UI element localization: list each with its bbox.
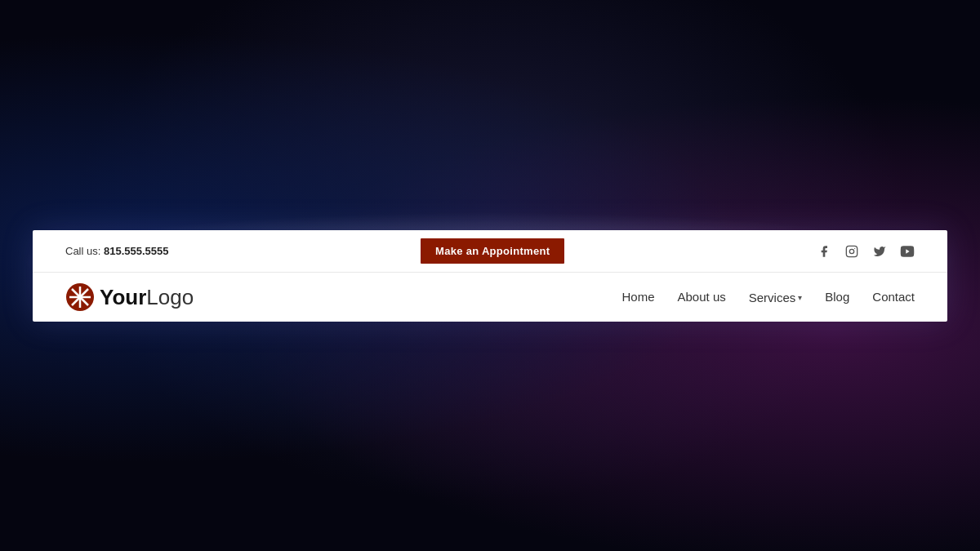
logo-text: YourLogo (100, 285, 194, 310)
logo-icon (65, 282, 95, 312)
header: Call us: 815.555.5555 Make an Appointmen… (33, 230, 947, 322)
facebook-icon[interactable] (817, 244, 831, 259)
nav-bar: YourLogo Home About us Services ▾ (33, 273, 947, 322)
nav-item-about[interactable]: About us (678, 290, 726, 304)
nav-item-contact[interactable]: Contact (872, 290, 915, 304)
svg-point-1 (849, 249, 853, 253)
logo[interactable]: YourLogo (65, 282, 194, 312)
nav-item-blog[interactable]: Blog (825, 290, 849, 304)
call-us-text: Call us: 815.555.5555 (65, 245, 169, 257)
svg-rect-0 (846, 246, 857, 256)
nav-link-about[interactable]: About us (678, 290, 726, 304)
nav-links: Home About us Services ▾ Blog Contact (622, 290, 915, 304)
nav-item-home[interactable]: Home (622, 290, 655, 304)
nav-link-services[interactable]: Services ▾ (749, 291, 803, 304)
main-nav: Home About us Services ▾ Blog Contact (622, 290, 915, 304)
instagram-icon[interactable] (844, 244, 859, 259)
nav-link-home[interactable]: Home (622, 290, 655, 304)
top-bar: Call us: 815.555.5555 Make an Appointmen… (33, 230, 947, 273)
nav-link-contact[interactable]: Contact (872, 290, 915, 304)
chevron-down-icon: ▾ (798, 293, 802, 302)
nav-link-blog[interactable]: Blog (825, 290, 849, 304)
youtube-icon[interactable] (900, 244, 915, 259)
twitter-icon[interactable] (872, 244, 887, 259)
social-icons (817, 244, 915, 259)
svg-point-2 (854, 247, 855, 248)
appointment-button[interactable]: Make an Appointment (421, 238, 564, 264)
nav-item-services[interactable]: Services ▾ (749, 291, 803, 304)
